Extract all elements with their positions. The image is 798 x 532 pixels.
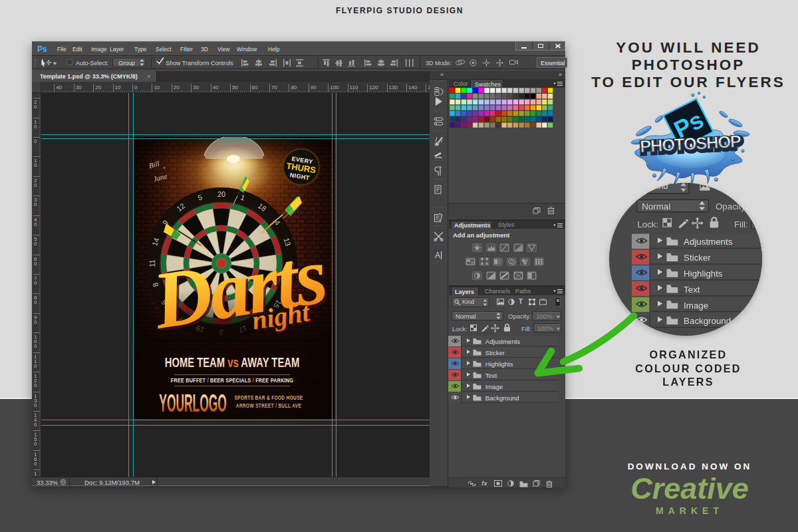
svg-text:HOME TEAM vs AWAY TEAM: HOME TEAM vs AWAY TEAM [165,355,300,370]
svg-text:YOURLOGO: YOURLOGO [159,390,226,417]
svg-text:ARROW STREET / BULL AVE: ARROW STREET / BULL AVE [236,402,301,409]
svg-text:A: A [435,251,440,260]
svg-text:FREE BUFFET / BEER SPECIALS: FREE BUFFET / BEER SPECIALS / FREE PARKI… [171,377,293,384]
svg-text:SPORTS BAR & FOOD HOUSE: SPORTS BAR & FOOD HOUSE [234,394,303,401]
